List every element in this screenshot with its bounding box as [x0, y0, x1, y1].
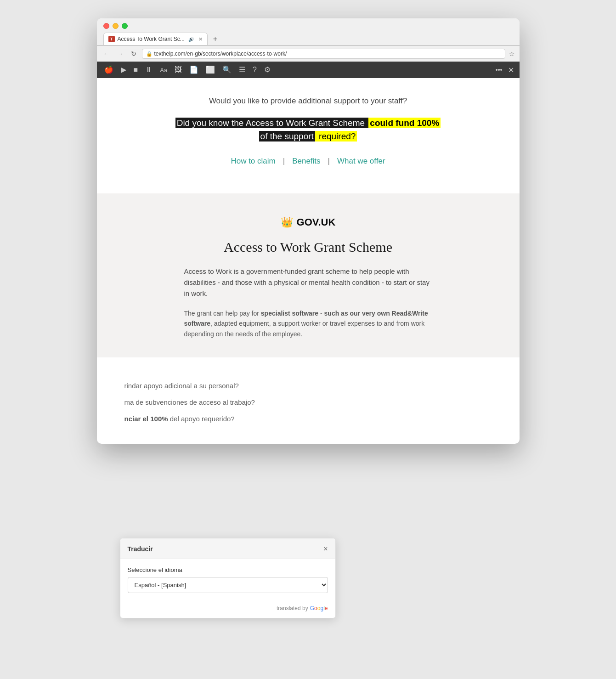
bg-overlay-content: rindar apoyo adicional a su personal? ma…	[97, 367, 520, 444]
gov-logo-text: GOV.UK	[297, 216, 336, 228]
benefits-link[interactable]: Benefits	[292, 157, 320, 166]
bg-line3: nciar el 100% del apoyo requerido?	[124, 413, 492, 424]
toolbar-btn-play[interactable]: ▶	[119, 65, 128, 74]
toolbar-btn-text[interactable]: Aa	[158, 66, 169, 74]
bookmark-button[interactable]: ☆	[509, 50, 515, 57]
grant-info-prefix: The grant can help pay for	[184, 310, 261, 317]
toolbar-more-button[interactable]: •••	[496, 66, 503, 74]
grant-info-suffix: , adapted equipment, a support worker or…	[184, 320, 425, 337]
translate-modal-body: Seleccione el idioma Español - [Spanish]…	[120, 559, 335, 600]
hero-section: Would you like to provide additional sup…	[97, 78, 520, 193]
gov-logo: 👑 GOV.UK	[124, 216, 492, 228]
tab-close-button[interactable]: ✕	[198, 36, 203, 42]
crown-icon: 👑	[281, 216, 293, 228]
toolbar-btn-screen[interactable]: ⬜	[204, 65, 217, 74]
browser-window: T Access To Work Grant Sc... 🔊 ✕ + ← → ↻…	[97, 18, 520, 444]
highlight-yellow-bold-text: could fund 100%	[368, 118, 441, 128]
toolbar-btn-stop[interactable]: ■	[132, 65, 140, 74]
bg-suffix: del apoyo requerido?	[170, 415, 235, 423]
url-text: texthelp.com/en-gb/sectors/workplace/acc…	[154, 51, 287, 57]
translate-title: Traducir	[128, 545, 153, 553]
toolbar-btn-doc[interactable]: 📄	[187, 65, 200, 74]
reader-toolbar: 🍎 ▶ ■ ⏸ Aa 🖼 📄 ⬜ 🔍 ☰ ? ⚙ ••• ✕	[97, 62, 520, 78]
translate-modal-footer: translated by Google	[120, 600, 335, 618]
gov-header: 👑 GOV.UK	[124, 216, 492, 228]
highlight-line2: of the support required?	[259, 131, 357, 141]
gov-section-title: Access to Work Grant Scheme	[124, 239, 492, 255]
bg-line2: ma de subvenciones de acceso al trabajo?	[124, 397, 492, 408]
toolbar-btn-image[interactable]: 🖼	[173, 65, 184, 74]
hero-subtitle: Would you like to provide additional sup…	[124, 96, 492, 106]
highlight-black-text2: of the support	[259, 131, 315, 141]
address-field[interactable]: 🔒 texthelp.com/en-gb/sectors/workplace/a…	[142, 49, 505, 59]
google-logo: Google	[310, 605, 328, 611]
nav-sep-1: |	[283, 157, 285, 166]
active-tab[interactable]: T Access To Work Grant Sc... 🔊 ✕	[103, 33, 208, 45]
highlight-yellow-text: required?	[315, 131, 357, 141]
highlighted-heading: Did you know the Access to Work Grant Sc…	[124, 117, 492, 143]
toolbar-btn-help[interactable]: ?	[251, 65, 259, 74]
close-traffic-light[interactable]	[103, 23, 109, 29]
gov-description: Access to Work is a government-funded gr…	[184, 266, 432, 299]
bg-bold-text: nciar el 100%	[124, 415, 168, 423]
browser-titlebar: T Access To Work Grant Sc... 🔊 ✕ +	[97, 18, 520, 45]
refresh-button[interactable]: ↻	[129, 49, 138, 58]
language-select[interactable]: Español - [Spanish] English Français - […	[128, 577, 328, 593]
traffic-lights	[103, 23, 513, 29]
tab-favicon: T	[108, 36, 115, 42]
forward-button[interactable]: →	[115, 49, 125, 58]
nav-links: How to claim | Benefits | What we offer	[124, 157, 492, 166]
gov-section: 👑 GOV.UK Access to Work Grant Scheme Acc…	[97, 193, 520, 357]
lock-icon: 🔒	[146, 51, 153, 57]
highlight-line1: Did you know the Access to Work Grant Sc…	[175, 118, 441, 128]
address-bar-row: ← → ↻ 🔒 texthelp.com/en-gb/sectors/workp…	[97, 45, 520, 62]
maximize-traffic-light[interactable]	[122, 23, 128, 29]
back-button[interactable]: ←	[102, 49, 112, 58]
highlight-black-text: Did you know the Access to Work Grant Sc…	[175, 118, 369, 128]
toolbar-btn-settings[interactable]: ⚙	[262, 65, 272, 74]
translate-modal: Traducir × Seleccione el idioma Español …	[120, 538, 336, 618]
nav-sep-2: |	[328, 157, 330, 166]
what-we-offer-link[interactable]: What we offer	[337, 157, 385, 166]
bg-line1: rindar apoyo adicional a su personal?	[124, 380, 492, 391]
toolbar-btn-search[interactable]: 🔍	[220, 65, 233, 74]
how-to-claim-link[interactable]: How to claim	[231, 157, 275, 166]
toolbar-btn-list[interactable]: ☰	[237, 65, 247, 74]
toolbar-btn-pause[interactable]: ⏸	[143, 65, 154, 74]
page-content: Would you like to provide additional sup…	[97, 78, 520, 357]
translate-select-label: Seleccione el idioma	[128, 566, 328, 573]
translate-close-button[interactable]: ×	[323, 545, 328, 553]
toolbar-close-button[interactable]: ✕	[508, 66, 514, 74]
translated-by-text: translated by	[277, 605, 308, 611]
minimize-traffic-light[interactable]	[113, 23, 119, 29]
translate-modal-header: Traducir ×	[120, 538, 335, 559]
gov-grant-info: The grant can help pay for specialist so…	[184, 308, 432, 339]
google-translate-branding: translated by Google	[128, 605, 328, 611]
tab-bar: T Access To Work Grant Sc... 🔊 ✕ +	[103, 33, 513, 45]
toolbar-btn-apple[interactable]: 🍎	[102, 65, 115, 74]
tab-title: Access To Work Grant Sc...	[118, 36, 185, 42]
new-tab-button[interactable]: +	[209, 33, 221, 45]
